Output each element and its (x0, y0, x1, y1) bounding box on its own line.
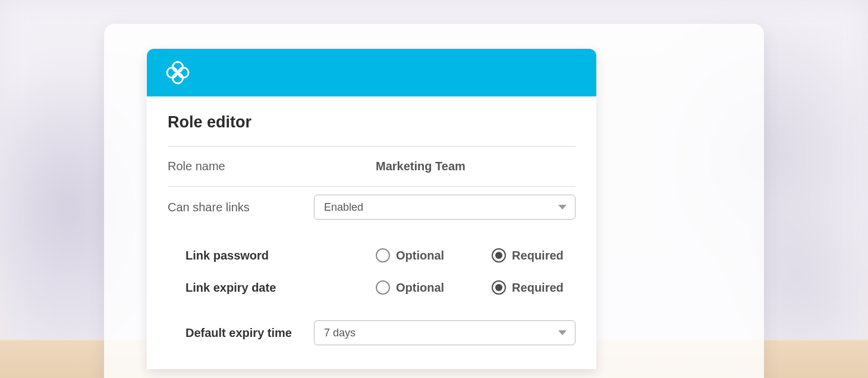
can-share-select[interactable]: Enabled (314, 195, 575, 220)
radio-label: Required (512, 281, 564, 295)
brand-logo-icon (165, 60, 191, 86)
card-body: Role editor Role name Marketing Team Can… (147, 96, 596, 369)
radio-label: Optional (396, 281, 444, 295)
card-header (147, 49, 596, 96)
default-expiry-selected: 7 days (324, 327, 356, 339)
can-share-label: Can share links (168, 201, 314, 214)
role-name-row: Role name Marketing Team (168, 146, 575, 187)
svg-point-5 (178, 73, 181, 76)
role-name-value: Marketing Team (376, 160, 466, 173)
can-share-row: Can share links Enabled (168, 187, 575, 227)
panel-title: Role editor (168, 113, 575, 146)
default-expiry-row: Default expiry time 7 days (168, 320, 575, 345)
role-editor-card: Role editor Role name Marketing Team Can… (147, 49, 596, 369)
radio-icon (492, 280, 506, 295)
radio-icon (376, 248, 390, 263)
link-password-optional-radio[interactable]: Optional (376, 248, 444, 263)
sub-settings: Link password Optional Required (168, 227, 575, 345)
radio-icon (492, 248, 506, 263)
radio-label: Required (512, 249, 564, 263)
link-password-row: Link password Optional Required (168, 239, 575, 271)
link-expiry-radio-group: Optional Required (376, 280, 575, 295)
link-expiry-optional-radio[interactable]: Optional (376, 280, 444, 295)
link-password-radio-group: Optional Required (376, 248, 575, 263)
link-expiry-row: Link expiry date Optional Required (168, 271, 575, 304)
radio-icon (376, 280, 390, 295)
role-name-label: Role name (168, 160, 376, 173)
chevron-down-icon (558, 330, 567, 335)
link-expiry-label: Link expiry date (168, 281, 376, 295)
default-expiry-label: Default expiry time (168, 326, 314, 340)
svg-point-4 (174, 68, 177, 71)
radio-label: Optional (396, 249, 444, 263)
link-password-required-radio[interactable]: Required (492, 248, 564, 263)
chevron-down-icon (558, 205, 567, 210)
link-expiry-required-radio[interactable]: Required (492, 280, 564, 295)
link-password-label: Link password (168, 249, 376, 263)
can-share-selected: Enabled (324, 201, 363, 214)
default-expiry-select[interactable]: 7 days (314, 320, 575, 345)
